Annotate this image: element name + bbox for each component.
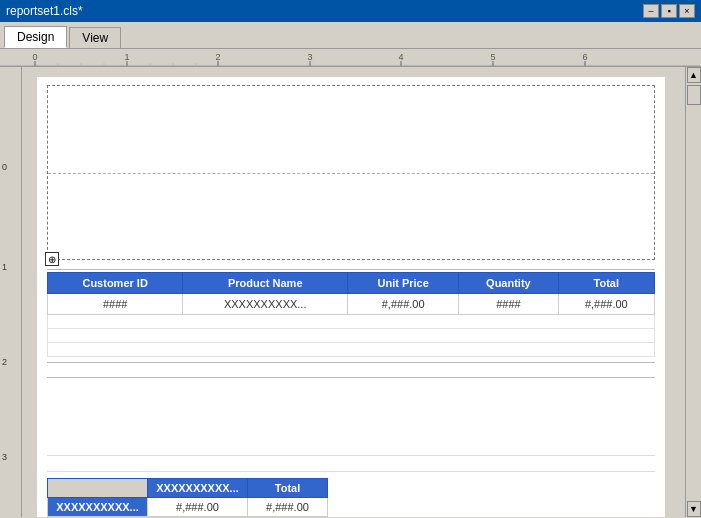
scroll-track[interactable] <box>687 83 701 501</box>
svg-text:1: 1 <box>124 52 129 62</box>
svg-text:0: 0 <box>32 52 37 62</box>
summary-col-blank <box>48 479 148 498</box>
summary-group-value1: #,###.00 <box>148 498 248 517</box>
cell-product-name: XXXXXXXXXX... <box>183 294 348 315</box>
tab-design[interactable]: Design <box>4 26 67 48</box>
ruler-svg: 0 1 2 3 4 5 6 <box>0 49 701 67</box>
cell-quantity: #### <box>459 294 558 315</box>
report-table: Customer ID Product Name Unit Price Quan… <box>47 272 655 357</box>
title-bar: reportset1.cls* – ▪ × <box>0 0 701 22</box>
maximize-button[interactable]: ▪ <box>661 4 677 18</box>
move-handle[interactable]: ⊕ <box>45 252 59 266</box>
header-region <box>47 85 655 260</box>
summary-empty-line-2 <box>47 458 655 472</box>
cell-customer-id: #### <box>48 294 183 315</box>
summary-total-value2: #,###.00 <box>248 517 328 518</box>
window-title: reportset1.cls* <box>6 4 83 18</box>
summary-header-row: XXXXXXXXXX... Total <box>48 479 328 498</box>
summary-col-product: XXXXXXXXXX... <box>148 479 248 498</box>
summary-area: XXXXXXXXXX... Total XXXXXXXXXX... #,###.… <box>47 442 655 517</box>
empty-row-2 <box>48 329 655 343</box>
summary-data-row: XXXXXXXXXX... #,###.00 #,###.00 <box>48 498 328 517</box>
scroll-up-button[interactable]: ▲ <box>687 67 701 83</box>
svg-text:4: 4 <box>398 52 403 62</box>
empty-row-3 <box>48 343 655 357</box>
tab-bar: Design View <box>0 22 701 49</box>
ruler-mark-3: 3 <box>2 452 7 462</box>
summary-total-label: Total <box>48 517 148 518</box>
minimize-button[interactable]: – <box>643 4 659 18</box>
svg-text:3: 3 <box>307 52 312 62</box>
design-canvas: ⊕ Customer ID Product Name Unit Price Qu… <box>22 67 685 517</box>
horizontal-ruler: 0 1 2 3 4 5 6 <box>0 49 701 67</box>
summary-total-value1: #,###.00 <box>148 517 248 518</box>
band-separator-3 <box>47 362 655 363</box>
scrollbar-right[interactable]: ▲ ▼ <box>685 67 701 517</box>
col-unit-price: Unit Price <box>348 273 459 294</box>
scroll-down-button[interactable]: ▼ <box>687 501 701 517</box>
main-area: 0 1 2 3 ⊕ Custom <box>0 67 701 517</box>
table-row: #### XXXXXXXXXX... #,###.00 #### #,###.0… <box>48 294 655 315</box>
col-total: Total <box>558 273 654 294</box>
empty-row-1 <box>48 315 655 329</box>
ruler-mark-1: 1 <box>2 262 7 272</box>
summary-group-value2: #,###.00 <box>248 498 328 517</box>
report-page: ⊕ Customer ID Product Name Unit Price Qu… <box>37 77 665 517</box>
ruler-mark-0: 0 <box>2 162 7 172</box>
vertical-ruler: 0 1 2 3 <box>0 67 22 517</box>
band-separator-4 <box>47 377 655 378</box>
summary-total-row: Total #,###.00 #,###.00 <box>48 517 328 518</box>
detail-band: Customer ID Product Name Unit Price Quan… <box>47 272 655 357</box>
svg-text:2: 2 <box>215 52 220 62</box>
col-product-name: Product Name <box>183 273 348 294</box>
svg-text:6: 6 <box>582 52 587 62</box>
col-customer-id: Customer ID <box>48 273 183 294</box>
summary-table: XXXXXXXXXX... Total XXXXXXXXXX... #,###.… <box>47 478 328 517</box>
cell-total: #,###.00 <box>558 294 654 315</box>
cell-unit-price: #,###.00 <box>348 294 459 315</box>
scroll-thumb[interactable] <box>687 85 701 105</box>
summary-empty-line <box>47 442 655 456</box>
svg-text:5: 5 <box>490 52 495 62</box>
ruler-mark-2: 2 <box>2 357 7 367</box>
window-controls: – ▪ × <box>643 4 695 18</box>
band-separator-1 <box>47 269 655 270</box>
col-quantity: Quantity <box>459 273 558 294</box>
summary-group-label: XXXXXXXXXX... <box>48 498 148 517</box>
summary-col-total: Total <box>248 479 328 498</box>
table-header-row: Customer ID Product Name Unit Price Quan… <box>48 273 655 294</box>
close-button[interactable]: × <box>679 4 695 18</box>
tab-view[interactable]: View <box>69 27 121 48</box>
